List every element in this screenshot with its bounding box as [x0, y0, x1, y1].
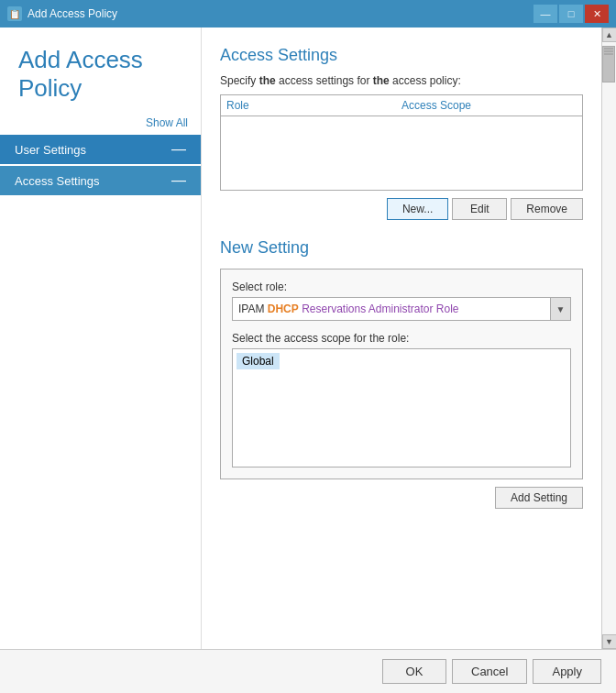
- col-scope: Access Scope: [402, 99, 577, 112]
- scrollbar-thumb[interactable]: [602, 46, 615, 82]
- new-setting-box: Select role: IPAM DHCP Reservations Admi…: [220, 269, 583, 479]
- role-select[interactable]: IPAM DHCP Reservations Administrator Rol…: [232, 297, 571, 321]
- edit-button[interactable]: Edit: [452, 198, 507, 220]
- table-header: Role Access Scope: [221, 95, 582, 116]
- show-all-link[interactable]: Show All: [0, 116, 201, 135]
- apply-button[interactable]: Apply: [533, 659, 601, 684]
- role-select-value: IPAM DHCP Reservations Administrator Rol…: [233, 302, 550, 315]
- add-setting-button[interactable]: Add Setting: [495, 487, 583, 509]
- title-bar-controls: — □ ✕: [534, 5, 609, 23]
- role-field-label: Select role:: [232, 280, 571, 293]
- sidebar-item-collapse-user: —: [171, 142, 186, 157]
- content-area: Add Access Policy Show All User Settings…: [0, 28, 616, 649]
- sidebar-item-access-settings[interactable]: Access Settings —: [0, 166, 201, 195]
- main-panel: Access Settings Specify the access setti…: [202, 28, 601, 649]
- access-settings-header: Access Settings: [220, 46, 583, 65]
- role-part1: IPAM: [238, 302, 268, 315]
- role-select-arrow[interactable]: ▼: [550, 298, 570, 320]
- app-icon: 📋: [7, 6, 22, 21]
- add-setting-row: Add Setting: [220, 487, 583, 509]
- table-button-row: New... Edit Remove: [220, 198, 583, 220]
- scroll-up-arrow[interactable]: ▲: [602, 28, 617, 42]
- sidebar: Add Access Policy Show All User Settings…: [0, 28, 202, 649]
- table-body: [221, 116, 582, 190]
- role-table: Role Access Scope: [220, 94, 583, 191]
- close-button[interactable]: ✕: [585, 5, 609, 23]
- dialog-footer: OK Cancel Apply: [0, 649, 616, 693]
- scrollbar-track: [602, 42, 616, 634]
- sidebar-item-user-settings[interactable]: User Settings —: [0, 135, 201, 164]
- scope-field-label: Select the access scope for the role:: [232, 332, 571, 345]
- sidebar-item-collapse-access: —: [171, 173, 186, 188]
- sidebar-item-label-user: User Settings: [15, 143, 86, 157]
- ok-button[interactable]: OK: [382, 659, 446, 684]
- access-settings-desc: Specify the access settings for the acce…: [220, 74, 583, 87]
- cancel-button[interactable]: Cancel: [452, 659, 527, 684]
- scope-list: Global: [232, 348, 571, 468]
- role-part3: Reservations Administrator Role: [299, 302, 459, 315]
- maximize-button[interactable]: □: [559, 5, 583, 23]
- minimize-button[interactable]: —: [534, 5, 557, 23]
- dialog-body: Add Access Policy Show All User Settings…: [0, 28, 616, 693]
- scrollbar-grip-2: [604, 50, 613, 52]
- scrollbar: ▲ ▼: [601, 28, 616, 649]
- new-button[interactable]: New...: [387, 198, 448, 220]
- scrollbar-grip-3: [604, 53, 613, 55]
- scroll-down-arrow[interactable]: ▼: [602, 634, 617, 649]
- scrollbar-grip-1: [604, 48, 613, 50]
- title-bar-left: 📋 Add Access Policy: [7, 6, 117, 21]
- col-role: Role: [226, 99, 402, 112]
- new-setting-header: New Setting: [220, 238, 583, 258]
- title-bar-title: Add Access Policy: [28, 7, 117, 20]
- remove-button[interactable]: Remove: [511, 198, 583, 220]
- sidebar-main-title: Add Access Policy: [0, 37, 201, 116]
- scope-item-global[interactable]: Global: [236, 353, 280, 369]
- role-part2: DHCP: [268, 302, 299, 315]
- title-bar: 📋 Add Access Policy — □ ✕: [0, 0, 616, 28]
- sidebar-item-label-access: Access Settings: [15, 174, 100, 188]
